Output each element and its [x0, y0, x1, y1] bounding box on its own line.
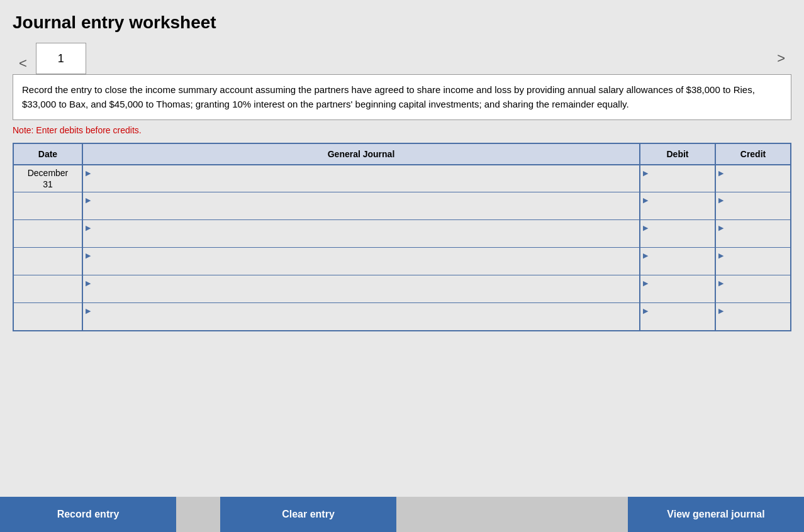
description-box: Record the entry to close the income sum…: [13, 74, 791, 120]
gj-cell-4[interactable]: ▶: [82, 275, 640, 303]
entry-number: 1: [58, 52, 64, 65]
debit-arrow-0: ▶: [643, 169, 648, 177]
view-general-journal-button[interactable]: View general journal: [628, 497, 804, 532]
clear-entry-button[interactable]: Clear entry: [220, 497, 396, 532]
debit-arrow-1: ▶: [643, 196, 648, 204]
debit-cell-4[interactable]: ▶: [640, 275, 715, 303]
gj-input-5[interactable]: [92, 304, 637, 329]
gj-cell-0[interactable]: ▶: [82, 165, 640, 192]
credit-input-2[interactable]: [725, 221, 788, 246]
gj-input-2[interactable]: [92, 221, 637, 246]
debit-cell-2[interactable]: ▶: [640, 220, 715, 248]
record-entry-button[interactable]: Record entry: [0, 497, 176, 532]
debit-input-0[interactable]: [649, 167, 712, 191]
gj-arrow-4: ▶: [86, 279, 91, 287]
gj-arrow-2: ▶: [86, 224, 91, 232]
date-cell-4: [13, 275, 82, 303]
debit-input-2[interactable]: [649, 221, 712, 246]
debit-cell-5[interactable]: ▶: [640, 303, 715, 331]
debit-arrow-3: ▶: [643, 252, 648, 260]
table-row: ▶▶▶: [13, 248, 791, 275]
credit-cell-4[interactable]: ▶: [715, 275, 791, 303]
debit-arrow-2: ▶: [643, 224, 648, 232]
gj-arrow-1: ▶: [86, 196, 91, 204]
credit-arrow-4: ▶: [718, 279, 723, 287]
debit-input-4[interactable]: [649, 277, 712, 301]
credit-arrow-3: ▶: [718, 252, 723, 260]
credit-input-4[interactable]: [725, 277, 788, 301]
gj-input-1[interactable]: [92, 194, 637, 218]
table-row: ▶▶▶: [13, 303, 791, 331]
gj-input-3[interactable]: [92, 249, 637, 274]
debit-cell-1[interactable]: ▶: [640, 192, 715, 220]
debit-input-1[interactable]: [649, 194, 712, 218]
table-row: ▶▶▶: [13, 192, 791, 220]
gj-input-0[interactable]: [92, 167, 637, 191]
credit-arrow-1: ▶: [718, 196, 723, 204]
table-row: ▶▶▶: [13, 275, 791, 303]
col-header-debit: Debit: [640, 143, 715, 165]
page-title: Journal entry worksheet: [13, 13, 791, 33]
credit-cell-3[interactable]: ▶: [715, 248, 791, 275]
debit-arrow-4: ▶: [643, 279, 648, 287]
note-text: Note: Enter debits before credits.: [13, 125, 791, 135]
debit-cell-0[interactable]: ▶: [640, 165, 715, 192]
gj-cell-3[interactable]: ▶: [82, 248, 640, 275]
col-header-gj: General Journal: [82, 143, 640, 165]
credit-input-3[interactable]: [725, 249, 788, 274]
col-header-date: Date: [13, 143, 82, 165]
journal-table: Date General Journal Debit Credit Decemb…: [13, 143, 791, 331]
credit-input-5[interactable]: [725, 304, 788, 329]
credit-arrow-2: ▶: [718, 224, 723, 232]
credit-cell-1[interactable]: ▶: [715, 192, 791, 220]
gj-arrow-3: ▶: [86, 252, 91, 260]
bottom-toolbar: Record entry Clear entry View general jo…: [0, 497, 804, 532]
table-row: December 31▶▶▶: [13, 165, 791, 192]
credit-cell-2[interactable]: ▶: [715, 220, 791, 248]
prev-arrow[interactable]: <: [13, 53, 33, 74]
date-cell-1: [13, 192, 82, 220]
gj-cell-1[interactable]: ▶: [82, 192, 640, 220]
entry-number-box: 1: [36, 43, 86, 74]
credit-arrow-5: ▶: [718, 307, 723, 315]
debit-input-5[interactable]: [649, 304, 712, 329]
credit-cell-5[interactable]: ▶: [715, 303, 791, 331]
gj-cell-5[interactable]: ▶: [82, 303, 640, 331]
gj-cell-2[interactable]: ▶: [82, 220, 640, 248]
date-cell-2: [13, 220, 82, 248]
debit-cell-3[interactable]: ▶: [640, 248, 715, 275]
debit-input-3[interactable]: [649, 249, 712, 274]
next-arrow[interactable]: >: [771, 48, 791, 69]
debit-arrow-5: ▶: [643, 307, 648, 315]
credit-input-1[interactable]: [725, 194, 788, 218]
col-header-credit: Credit: [715, 143, 791, 165]
credit-cell-0[interactable]: ▶: [715, 165, 791, 192]
date-cell-5: [13, 303, 82, 331]
gj-arrow-0: ▶: [86, 169, 91, 177]
date-cell-3: [13, 248, 82, 275]
date-cell-0: December 31: [13, 165, 82, 192]
credit-arrow-0: ▶: [718, 169, 723, 177]
gj-input-4[interactable]: [92, 277, 637, 301]
table-row: ▶▶▶: [13, 220, 791, 248]
credit-input-0[interactable]: [725, 167, 788, 191]
gj-arrow-5: ▶: [86, 307, 91, 315]
